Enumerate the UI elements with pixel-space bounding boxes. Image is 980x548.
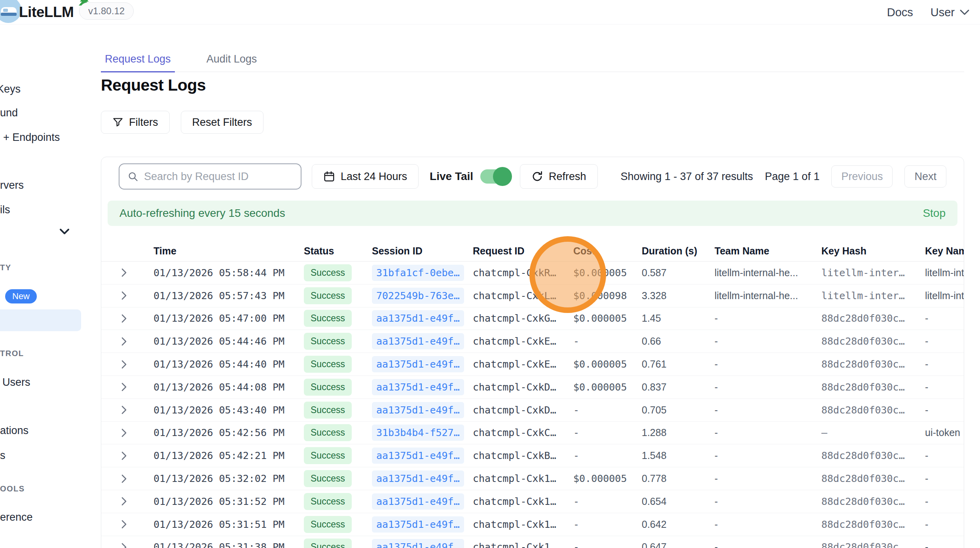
- row-key-hash: –: [821, 427, 925, 438]
- expand-row-chevron-icon[interactable]: [101, 405, 154, 415]
- sidebar-collapse-chevron-icon[interactable]: [59, 228, 70, 236]
- row-request-id: chatcmpl-CxkB…: [473, 450, 573, 461]
- session-id-link[interactable]: aa1375d1-e49f…: [372, 402, 464, 418]
- table-row: 01/13/2026 05:57:43 PM Success 7022549b-…: [101, 284, 964, 307]
- row-status-cell: Success: [304, 447, 372, 464]
- search-box[interactable]: [119, 163, 301, 190]
- status-badge: Success: [304, 356, 352, 373]
- expand-row-chevron-icon[interactable]: [101, 313, 154, 324]
- row-key-name: -: [925, 450, 964, 461]
- expand-row-chevron-icon[interactable]: [101, 336, 154, 347]
- expand-row-chevron-icon[interactable]: [101, 359, 154, 370]
- row-request-id: chatcmpl-CxkC…: [473, 427, 573, 438]
- expand-row-chevron-icon[interactable]: [101, 474, 154, 484]
- tab-request-logs[interactable]: Request Logs: [101, 51, 175, 72]
- col-time: Time: [154, 245, 304, 257]
- expand-row-chevron-icon[interactable]: [101, 382, 154, 392]
- status-badge: Success: [304, 287, 352, 304]
- row-status-cell: Success: [304, 379, 372, 396]
- sidebar-item-api-reference[interactable]: erence: [0, 511, 33, 523]
- row-time: 01/13/2026 05:32:02 PM: [154, 473, 304, 484]
- row-status-cell: Success: [304, 264, 372, 281]
- row-team-name: -: [715, 473, 821, 484]
- status-badge: Success: [304, 539, 352, 548]
- expand-row-chevron-icon[interactable]: [101, 267, 154, 278]
- sidebar-item-playground[interactable]: und: [0, 107, 18, 119]
- sidebar-item-organizations[interactable]: ations: [0, 425, 28, 437]
- row-key-hash: litellm-inter…: [821, 267, 925, 279]
- row-key-name: -: [925, 519, 964, 530]
- status-badge: Success: [304, 516, 352, 533]
- session-id-link[interactable]: aa1375d1-e49f…: [372, 333, 464, 349]
- row-request-id: chatcmpl-Cxk1…: [473, 519, 573, 530]
- row-cost: -: [573, 450, 642, 461]
- row-session-cell: aa1375d1-e49f…: [372, 493, 473, 510]
- previous-page-button[interactable]: Previous: [831, 165, 893, 188]
- table-row: 01/13/2026 05:31:51 PM Success aa1375d1-…: [101, 513, 964, 536]
- refresh-button[interactable]: Refresh: [520, 164, 598, 189]
- row-key-name: -: [925, 541, 964, 548]
- status-badge: Success: [304, 333, 352, 350]
- expand-row-chevron-icon[interactable]: [101, 519, 154, 529]
- row-status-cell: Success: [304, 539, 372, 548]
- time-range-button[interactable]: Last 24 Hours: [312, 164, 419, 189]
- row-request-id: chatcmpl-CxkE…: [473, 336, 573, 347]
- docs-link[interactable]: Docs: [887, 6, 913, 19]
- session-id-link[interactable]: 7022549b-763e…: [372, 288, 464, 304]
- expand-row-chevron-icon[interactable]: [101, 451, 154, 461]
- session-id-link[interactable]: 31b3b4b4-f527…: [372, 425, 464, 441]
- logs-tabbar: Request Logs Audit Logs: [101, 51, 964, 72]
- expand-row-chevron-icon[interactable]: [101, 428, 154, 438]
- row-request-id: chatcmpl-CxkR…: [473, 267, 573, 279]
- row-time: 01/13/2026 05:44:40 PM: [154, 358, 304, 370]
- row-cost: -: [573, 519, 642, 530]
- session-id-link[interactable]: aa1375d1-e49f…: [372, 356, 464, 372]
- sidebar-item-selected[interactable]: [0, 309, 81, 331]
- next-page-button[interactable]: Next: [904, 165, 946, 188]
- page-indicator: Page 1 of 1: [765, 171, 819, 183]
- row-status-cell: Success: [304, 470, 372, 487]
- search-input[interactable]: [144, 171, 293, 183]
- sidebar-section-access-control: TROL: [0, 349, 24, 358]
- session-id-link[interactable]: aa1375d1-e49f…: [372, 539, 464, 548]
- session-id-link[interactable]: aa1375d1-e49f…: [372, 448, 464, 464]
- sidebar-item-teams[interactable]: s: [0, 449, 6, 462]
- row-team-name: -: [715, 381, 821, 393]
- search-icon: [127, 171, 138, 182]
- expand-row-chevron-icon[interactable]: [101, 290, 154, 301]
- filters-button[interactable]: Filters: [101, 111, 170, 134]
- stop-auto-refresh-button[interactable]: Stop: [923, 207, 946, 220]
- sidebar-item-servers[interactable]: rvers: [0, 179, 24, 192]
- results-count: Showing 1 - 37 of 37 results: [621, 171, 753, 183]
- litellm-logo: [0, 0, 21, 23]
- expand-row-chevron-icon[interactable]: [101, 496, 154, 506]
- tab-audit-logs[interactable]: Audit Logs: [203, 51, 261, 72]
- sidebar-item-guardrails[interactable]: ils: [0, 204, 10, 216]
- row-duration: 0.66: [642, 336, 715, 347]
- session-id-link[interactable]: aa1375d1-e49f…: [372, 493, 464, 510]
- reset-filters-button[interactable]: Reset Filters: [181, 111, 264, 134]
- table-row: 01/13/2026 05:44:46 PM Success aa1375d1-…: [101, 330, 964, 353]
- row-session-cell: aa1375d1-e49f…: [372, 356, 473, 372]
- table-row: 01/13/2026 05:43:40 PM Success aa1375d1-…: [101, 399, 964, 422]
- session-id-link[interactable]: aa1375d1-e49f…: [372, 516, 464, 533]
- user-menu[interactable]: User: [931, 6, 970, 19]
- status-badge: Success: [304, 470, 352, 487]
- expand-row-chevron-icon[interactable]: [101, 542, 154, 548]
- table-row: 01/13/2026 05:42:21 PM Success aa1375d1-…: [101, 444, 964, 467]
- sidebar-item-keys[interactable]: Keys: [0, 83, 21, 95]
- live-tail-toggle[interactable]: [480, 169, 510, 184]
- row-duration: 3.328: [642, 290, 715, 301]
- row-session-cell: aa1375d1-e49f…: [372, 379, 473, 395]
- status-badge: Success: [304, 310, 352, 327]
- sidebar-item-endpoints[interactable]: + Endpoints: [3, 131, 60, 144]
- status-badge: Success: [304, 379, 352, 396]
- row-time: 01/13/2026 05:47:00 PM: [154, 313, 304, 324]
- refresh-button-label: Refresh: [549, 171, 586, 183]
- session-id-link[interactable]: aa1375d1-e49f…: [372, 470, 464, 487]
- session-id-link[interactable]: aa1375d1-e49f…: [372, 310, 464, 326]
- session-id-link[interactable]: 31bfa1cf-0ebe…: [372, 265, 464, 281]
- sidebar-item-users[interactable]: Users: [2, 376, 30, 389]
- session-id-link[interactable]: aa1375d1-e49f…: [372, 379, 464, 395]
- row-cost: $0.000005: [573, 473, 642, 484]
